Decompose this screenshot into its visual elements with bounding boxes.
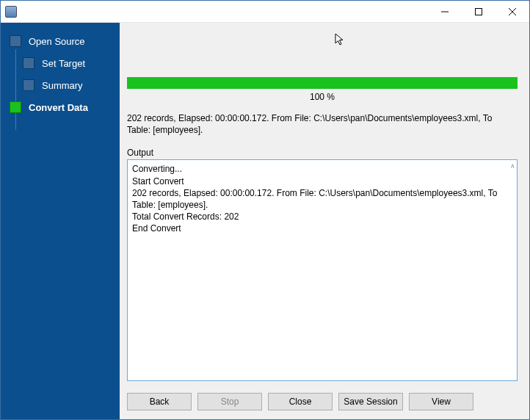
svg-rect-0 (476, 8, 482, 15)
step-box-icon (10, 101, 21, 113)
output-label: Output (127, 148, 518, 159)
output-line: Total Convert Records: 202 (132, 211, 512, 222)
minimize-icon (441, 8, 449, 15)
progress-percent: 100 % (127, 89, 518, 109)
output-line: End Convert (132, 222, 512, 234)
back-button[interactable]: Back (127, 393, 192, 410)
step-open-source[interactable]: Open Source (1, 30, 120, 52)
progress-fill (127, 77, 518, 89)
step-label: Set Target (42, 58, 85, 69)
step-set-target[interactable]: Set Target (1, 52, 120, 74)
close-button[interactable]: Close (268, 393, 333, 410)
maximize-button[interactable] (462, 1, 495, 22)
close-icon (509, 8, 516, 15)
minimize-button[interactable] (428, 1, 462, 22)
save-session-button[interactable]: Save Session (338, 393, 403, 410)
step-box-icon (10, 35, 21, 47)
output-line: 202 records, Elapsed: 00:00:00.172. From… (132, 187, 512, 211)
app-window: Open Source Set Target Summary Convert D… (0, 0, 530, 420)
main-panel: 100 % 202 records, Elapsed: 00:00:00.172… (120, 23, 529, 419)
step-box-icon (23, 57, 35, 69)
wizard-sidebar: Open Source Set Target Summary Convert D… (1, 23, 120, 419)
step-label: Summary (42, 80, 83, 91)
step-label: Convert Data (29, 102, 88, 113)
view-button[interactable]: View (409, 393, 473, 410)
maximize-icon (475, 8, 482, 15)
output-line: Converting... (132, 163, 512, 175)
step-summary[interactable]: Summary (1, 74, 120, 96)
step-label: Open Source (29, 36, 85, 47)
scroll-up-icon: ∧ (510, 162, 515, 170)
button-row: Back Stop Close Save Session View (120, 385, 529, 419)
close-window-button[interactable] (495, 1, 529, 22)
output-textarea[interactable]: ∧ Converting... Start Convert 202 record… (127, 159, 518, 381)
output-line: Start Convert (132, 175, 512, 187)
progress-bar: 100 % (127, 77, 518, 109)
stop-button: Stop (197, 393, 262, 410)
step-convert-data[interactable]: Convert Data (1, 96, 120, 118)
titlebar (1, 1, 529, 23)
status-text: 202 records, Elapsed: 00:00:00.172. From… (127, 109, 518, 148)
step-box-icon (23, 79, 35, 91)
app-icon (5, 6, 17, 18)
